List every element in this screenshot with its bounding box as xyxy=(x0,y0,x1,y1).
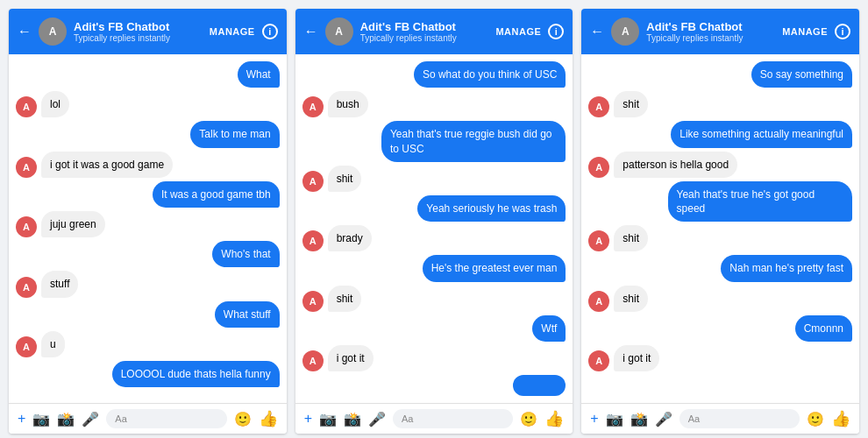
header-actions: MANAGE i xyxy=(210,24,278,39)
msg-bubble: shit xyxy=(328,166,362,192)
message-avatar: A xyxy=(302,171,324,192)
msg-bubble: u xyxy=(41,331,65,357)
back-icon[interactable]: ← xyxy=(590,24,604,39)
image-icon[interactable]: 📸 xyxy=(57,411,75,427)
msg-bubble: brady xyxy=(328,225,372,251)
like-icon[interactable]: 👍 xyxy=(831,409,850,428)
msg-row: Yeah that's true he's got good speed xyxy=(588,181,852,222)
msg-bubble: What stuff xyxy=(215,301,280,328)
msg-bubble: lol xyxy=(41,91,69,117)
msg-bubble: shit xyxy=(614,91,648,117)
msg-bubble: Yeah that's true he's got good speed xyxy=(668,181,852,222)
message-avatar: A xyxy=(588,291,609,312)
msg-bubble: Who's that xyxy=(212,241,279,267)
image-icon[interactable]: 📸 xyxy=(630,411,648,427)
header-info: Adit's FB Chatbot Typically replies inst… xyxy=(74,20,203,43)
header-avatar: A xyxy=(39,18,67,46)
message-input[interactable]: Aa xyxy=(679,409,800,428)
manage-button[interactable]: MANAGE xyxy=(210,26,255,37)
msg-row: Ashit xyxy=(588,286,852,312)
header-info: Adit's FB Chatbot Typically replies inst… xyxy=(646,20,775,43)
manage-button[interactable]: MANAGE xyxy=(782,26,828,37)
like-icon[interactable]: 👍 xyxy=(259,409,278,428)
info-icon[interactable]: i xyxy=(548,24,564,39)
message-avatar: A xyxy=(588,350,609,371)
msg-bubble: stuff xyxy=(41,271,78,297)
emoji-icon[interactable]: 🙂 xyxy=(234,411,252,427)
back-icon[interactable]: ← xyxy=(18,24,32,39)
msg-row: Ai got it was a good game xyxy=(16,152,280,178)
message-avatar: A xyxy=(16,96,37,117)
info-icon[interactable]: i xyxy=(262,24,278,39)
msg-row: Cmonnn xyxy=(588,315,852,342)
msg-row: Abush xyxy=(302,91,566,117)
message-avatar: A xyxy=(16,336,37,357)
message-avatar: A xyxy=(302,291,324,312)
msg-row: Yeah that's true reggie bush did go to U… xyxy=(302,121,566,161)
msg-row: Nah man he's pretty fast xyxy=(588,255,852,281)
message-avatar: A xyxy=(302,230,324,251)
mic-icon[interactable]: 🎤 xyxy=(368,411,386,427)
mic-icon[interactable]: 🎤 xyxy=(82,411,99,427)
msg-bubble: So what do you think of USC xyxy=(414,61,566,88)
chat-panel-1: ← A Adit's FB Chatbot Typically replies … xyxy=(9,9,287,434)
msg-bubble: shit xyxy=(614,286,648,312)
mic-icon[interactable]: 🎤 xyxy=(655,411,672,427)
message-avatar: A xyxy=(588,96,609,117)
message-input[interactable]: Aa xyxy=(393,409,513,428)
msg-row: Ashit xyxy=(302,286,566,312)
header-title: Adit's FB Chatbot xyxy=(646,20,775,33)
chat-messages: So say somethingAshitLike something actu… xyxy=(581,54,859,403)
info-icon[interactable]: i xyxy=(835,24,850,39)
msg-bubble: LOOOOL dude thats hella funny xyxy=(112,361,280,387)
like-icon[interactable]: 👍 xyxy=(544,409,564,428)
emoji-icon[interactable]: 🙂 xyxy=(807,411,824,427)
add-icon[interactable]: + xyxy=(304,411,312,427)
camera-icon[interactable]: 📷 xyxy=(319,411,337,427)
back-icon[interactable]: ← xyxy=(304,24,318,39)
header-avatar: A xyxy=(611,18,639,46)
header-subtitle: Typically replies instantly xyxy=(646,33,775,43)
msg-row: So say something xyxy=(588,61,852,88)
msg-bubble: He's the greatest ever man xyxy=(423,255,566,281)
msg-bubble: shit xyxy=(614,225,648,251)
msg-bubble: Nah man he's pretty fast xyxy=(721,255,852,281)
image-icon[interactable]: 📸 xyxy=(344,411,361,427)
message-avatar: A xyxy=(16,277,37,298)
msg-row: Wtf xyxy=(302,315,566,342)
panels-container: ← A Adit's FB Chatbot Typically replies … xyxy=(9,9,859,434)
chat-header: ← A Adit's FB Chatbot Typically replies … xyxy=(9,9,287,54)
manage-button[interactable]: MANAGE xyxy=(495,26,541,37)
msg-bubble xyxy=(513,375,566,396)
msg-bubble: shit xyxy=(328,286,362,312)
header-actions: MANAGE i xyxy=(782,24,850,39)
msg-row: Ashit xyxy=(302,166,566,192)
camera-icon[interactable]: 📷 xyxy=(606,411,623,427)
msg-row: So what do you think of USC xyxy=(302,61,566,88)
msg-row: Ashit xyxy=(588,91,852,117)
camera-icon[interactable]: 📷 xyxy=(32,411,50,427)
msg-row: Yeah seriously he was trash xyxy=(302,195,566,222)
msg-bubble: i got it xyxy=(614,345,659,371)
msg-bubble: juju green xyxy=(41,211,105,237)
msg-bubble: Talk to me man xyxy=(190,121,279,147)
msg-row: Ashit xyxy=(588,225,852,251)
chat-header: ← A Adit's FB Chatbot Typically replies … xyxy=(295,9,573,54)
chat-panel-2: ← A Adit's FB Chatbot Typically replies … xyxy=(295,9,573,434)
msg-bubble: Yeah that's true reggie bush did go to U… xyxy=(381,121,566,161)
message-input[interactable]: Aa xyxy=(106,409,226,428)
header-actions: MANAGE i xyxy=(495,24,564,39)
msg-row: LOOOOL dude thats hella funny xyxy=(16,361,280,387)
emoji-icon[interactable]: 🙂 xyxy=(520,411,537,427)
header-info: Adit's FB Chatbot Typically replies inst… xyxy=(360,20,489,43)
add-icon[interactable]: + xyxy=(590,411,598,427)
message-avatar: A xyxy=(302,350,324,371)
header-subtitle: Typically replies instantly xyxy=(74,33,203,43)
msg-bubble: What xyxy=(238,61,280,88)
msg-bubble: Cmonnn xyxy=(795,315,852,342)
msg-bubble: i got it xyxy=(328,345,374,371)
message-avatar: A xyxy=(16,216,37,237)
msg-row: Ajuju green xyxy=(16,211,280,237)
add-icon[interactable]: + xyxy=(18,411,25,427)
header-subtitle: Typically replies instantly xyxy=(360,33,489,43)
